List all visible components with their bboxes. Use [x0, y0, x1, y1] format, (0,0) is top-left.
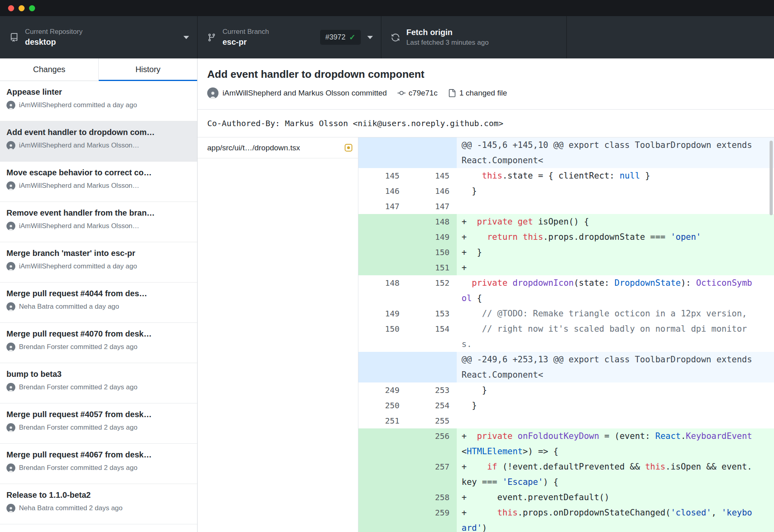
commit-sha: c79e71c: [409, 89, 438, 98]
avatar: [6, 343, 15, 351]
code-cell: // right now it's scaled badly on normal…: [457, 321, 774, 352]
diff-line: 147147: [358, 199, 774, 214]
branch-name: esc-pr: [223, 37, 269, 47]
code-cell: this.state = { clientRect: null }: [457, 168, 774, 183]
commit-list-item[interactable]: Merge pull request #4057 from desk…Brend…: [0, 403, 197, 444]
modified-status-icon: [345, 144, 352, 152]
code-cell: [457, 413, 774, 428]
commit-header: Add event handler to dropdown component …: [198, 58, 774, 110]
new-line-number: 258: [407, 490, 457, 505]
tab-history[interactable]: History: [98, 58, 197, 81]
commit-detail-pane: Add event handler to dropdown component …: [198, 58, 774, 532]
commit-list-item[interactable]: Merge pull request #4067 from desk…Brend…: [0, 444, 197, 484]
code-text: private dropdownIcon(state: DropdownStat…: [462, 275, 753, 306]
code-text: + return this.props.dropdownState === 'o…: [462, 229, 753, 245]
new-line-number: 259: [407, 505, 457, 532]
file-list-item[interactable]: app/src/ui/t…/dropdown.tsx: [198, 137, 358, 158]
code-text: [462, 413, 753, 428]
old-line-number: 147: [358, 199, 407, 214]
new-line-number: 256: [407, 428, 457, 459]
branch-label: Current Branch: [223, 28, 269, 36]
old-line-number: 249: [358, 382, 407, 398]
commit-item-meta: Brendan Forster committed 2 days ago: [6, 343, 191, 351]
commit-item-byline: Brendan Forster committed 2 days ago: [19, 343, 137, 351]
commit-list-item[interactable]: Remove event handler from the bran…iAmWi…: [0, 202, 197, 242]
diff-view: @@ -145,6 +145,10 @@ export class Toolba…: [358, 137, 774, 532]
avatar: [6, 383, 15, 392]
old-line-number: 146: [358, 183, 407, 199]
new-line-number: 148: [407, 214, 457, 229]
new-line-number: 150: [407, 245, 457, 260]
chevron-down-icon: [183, 36, 189, 39]
old-line-number: [358, 428, 407, 459]
commit-item-title: Merge pull request #4057 from desk…: [6, 410, 191, 419]
diff-line: 251255: [358, 413, 774, 428]
diff-scrollbar[interactable]: [770, 141, 773, 215]
code-text: + }: [462, 245, 753, 260]
new-line-number: 149: [407, 229, 457, 245]
sync-icon: [391, 33, 400, 42]
code-text: }: [462, 398, 753, 413]
chevron-down-icon: [367, 36, 373, 39]
code-cell: }: [457, 183, 774, 199]
sidebar-tabs: Changes History: [0, 58, 197, 81]
changed-files-count: 1 changed file: [459, 89, 507, 98]
commit-list-item[interactable]: Merge pull request #4072 from desk…: [0, 524, 197, 532]
commit-history-list: Appease linteriAmWillShepherd committed …: [0, 81, 197, 532]
old-line-number: [358, 490, 407, 505]
commit-item-title: Merge branch 'master' into esc-pr: [6, 249, 191, 258]
new-line-number: 254: [407, 398, 457, 413]
repo-label: Current Repository: [25, 28, 83, 36]
diff-line: 151+: [358, 260, 774, 275]
diff-line: 250254 }: [358, 398, 774, 413]
code-cell: + }: [457, 245, 774, 260]
branch-dropdown-button[interactable]: Current Branch esc-pr #3972 ✓: [198, 16, 381, 58]
commit-list-item[interactable]: Merge branch 'master' into esc-priAmWill…: [0, 242, 197, 283]
commit-list-item[interactable]: Merge pull request #4044 from des…Neha B…: [0, 283, 197, 323]
commit-item-byline: Brendan Forster committed 2 days ago: [19, 383, 137, 391]
avatar: [6, 302, 15, 311]
commit-item-byline: iAmWillShepherd committed a day ago: [19, 262, 137, 270]
repository-dropdown-button[interactable]: Current Repository desktop: [0, 16, 198, 58]
old-line-number: 150: [358, 321, 407, 352]
code-cell: [457, 199, 774, 214]
old-line-number: [358, 260, 407, 275]
commit-list-item[interactable]: Release to 1.1.0-beta2Neha Batra committ…: [0, 484, 197, 524]
old-line-number: 251: [358, 413, 407, 428]
new-line-number: 253: [407, 382, 457, 398]
new-line-number: 151: [407, 260, 457, 275]
fetch-origin-button[interactable]: Fetch origin Last fetched 3 minutes ago: [381, 16, 567, 58]
commit-list-item[interactable]: bump to beta3Brendan Forster committed 2…: [0, 363, 197, 403]
zoom-button[interactable]: [29, 5, 35, 11]
commit-item-byline: Brendan Forster committed 2 days ago: [19, 424, 137, 432]
close-button[interactable]: [8, 5, 14, 11]
code-text: + this.props.onDropdownStateChanged('clo…: [462, 505, 753, 532]
diff-line: 259+ this.props.onDropdownStateChanged('…: [358, 505, 774, 532]
window-controls: [8, 5, 35, 11]
new-line-number: 255: [407, 413, 457, 428]
fetch-title: Fetch origin: [406, 28, 489, 37]
code-text: [462, 199, 753, 214]
code-cell: + return this.props.dropdownState === 'o…: [457, 229, 774, 245]
code-text: @@ -249,6 +253,13 @@ export class Toolba…: [462, 352, 753, 382]
new-line-number: 257: [407, 459, 457, 490]
commit-item-meta: Brendan Forster committed 2 days ago: [6, 423, 191, 432]
repo-icon: [10, 33, 19, 42]
avatar: [6, 101, 15, 110]
old-line-number: [358, 245, 407, 260]
commit-list-item[interactable]: Add event handler to dropdown com…iAmWil…: [0, 121, 197, 162]
commit-item-byline: Neha Batra committed a day ago: [19, 303, 119, 311]
commit-list-item[interactable]: Move escape behavior to correct co…iAmWi…: [0, 162, 197, 202]
diff-line: 148152 private dropdownIcon(state: Dropd…: [358, 275, 774, 306]
commit-description: Co-Authored-By: Markus Olsson <niik@user…: [198, 110, 774, 137]
code-text: // right now it's scaled badly on normal…: [462, 321, 753, 352]
old-line-number: [358, 352, 407, 382]
tab-changes[interactable]: Changes: [0, 58, 98, 81]
avatar: [6, 504, 15, 513]
titlebar: [0, 0, 774, 16]
commit-list-item[interactable]: Appease linteriAmWillShepherd committed …: [0, 81, 197, 121]
diff-line: 149+ return this.props.dropdownState ===…: [358, 229, 774, 245]
minimize-button[interactable]: [19, 5, 25, 11]
commit-list-item[interactable]: Merge pull request #4070 from desk…Brend…: [0, 323, 197, 363]
code-cell: + event.preventDefault(): [457, 490, 774, 505]
